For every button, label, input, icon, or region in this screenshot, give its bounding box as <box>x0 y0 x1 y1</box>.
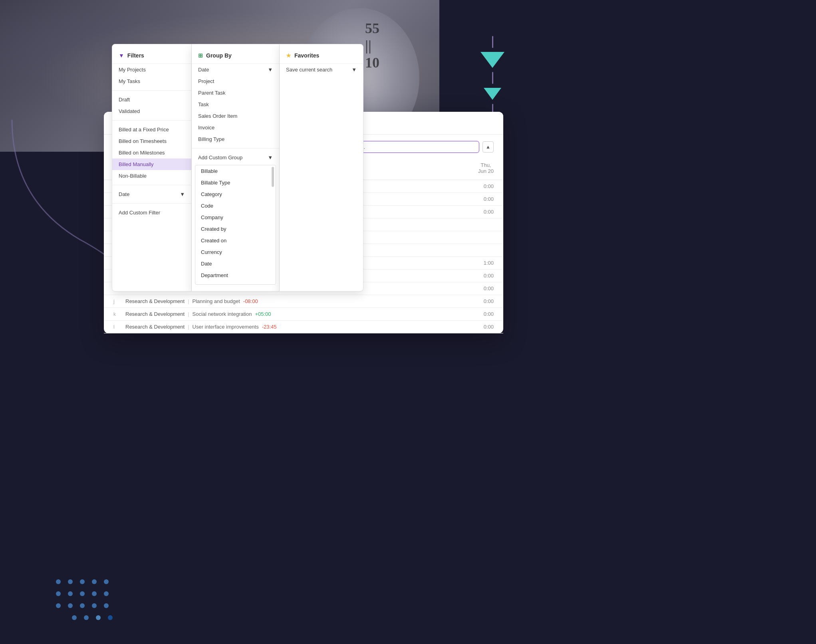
thu-header-date: Jun 20 <box>478 168 494 174</box>
cg-category[interactable]: Category <box>195 188 276 200</box>
filter-date[interactable]: Date ▼ <box>112 188 191 200</box>
filter-billed-fixed[interactable]: Billed at a Fixed Price <box>112 124 191 135</box>
dropdown-scrollbar[interactable] <box>272 167 274 187</box>
row-letter-k: k <box>113 311 125 317</box>
filter-my-projects[interactable]: My Projects <box>112 64 191 75</box>
cg-currency[interactable]: Currency <box>195 246 276 258</box>
cg-billable[interactable]: Billable <box>195 165 276 177</box>
save-current-search[interactable]: Save current search ▼ <box>280 64 363 75</box>
add-custom-group[interactable]: Add Custom Group ▼ <box>192 152 279 163</box>
filter-divider-1 <box>112 90 191 91</box>
row-time-b: 0:00 <box>462 196 494 202</box>
table-row: j Research & Development | Planning and … <box>104 295 503 308</box>
cg-created-by[interactable]: Created by <box>195 223 276 235</box>
filter-my-tasks[interactable]: My Tasks <box>112 75 191 87</box>
groupby-project[interactable]: Project <box>192 75 279 87</box>
filter-billed-manually[interactable]: Billed Manually <box>112 159 191 170</box>
filter-divider-4 <box>112 203 191 204</box>
groupby-task[interactable]: Task <box>192 99 279 110</box>
row-time-l: 0:00 <box>462 324 494 330</box>
groupby-title: Group By <box>206 52 232 59</box>
cg-billable-type[interactable]: Billable Type <box>195 177 276 188</box>
filter-divider-3 <box>112 185 191 185</box>
filter-non-billable[interactable]: Non-Billable <box>112 170 191 182</box>
row-time-c: 0:00 <box>462 209 494 215</box>
filter-funnel-icon: ▼ <box>119 52 124 59</box>
row-time-a: 0:00 <box>462 183 494 189</box>
cg-code[interactable]: Code <box>195 200 276 212</box>
row-time-h: 0:00 <box>462 273 494 279</box>
dots-decoration <box>56 579 113 620</box>
filter-billed-timesheets[interactable]: Billed on Timesheets <box>112 135 191 147</box>
search-dropdown-caret[interactable]: ▲ <box>482 141 494 153</box>
row-letter-j: j <box>113 299 125 304</box>
filters-title: Filters <box>127 52 144 59</box>
row-time-g: 1:00 <box>462 260 494 266</box>
clock-numbers: 55||10 <box>365 20 379 72</box>
row-time-k: 0:00 <box>462 311 494 317</box>
cg-date[interactable]: Date <box>195 258 276 269</box>
search-dropdown-overlay: ▼ Filters My Projects My Tasks Draft Val… <box>112 44 363 291</box>
row-content-l: Research & Development | User interface … <box>125 324 462 330</box>
cg-departments[interactable]: Departments <box>195 281 276 285</box>
groupby-billing-type[interactable]: Billing Type <box>192 133 279 145</box>
favorites-title: Favorites <box>294 52 319 59</box>
groupby-header: ⊞ Group By <box>192 49 279 64</box>
row-content-j: Research & Development | Planning and bu… <box>125 298 462 304</box>
row-time-i: 0:00 <box>462 285 494 291</box>
add-custom-filter[interactable]: Add Custom Filter <box>112 207 191 218</box>
groupby-divider <box>192 148 279 149</box>
row-content-k: Research & Development | Social network … <box>125 311 462 317</box>
row-time-j: 0:00 <box>462 298 494 304</box>
cg-company[interactable]: Company <box>195 212 276 223</box>
groupby-parent-task[interactable]: Parent Task <box>192 87 279 99</box>
groupby-stack-icon: ⊞ <box>198 52 203 59</box>
cg-created-on[interactable]: Created on <box>195 235 276 246</box>
filter-billed-milestones[interactable]: Billed on Milestones <box>112 147 191 159</box>
thu-header-label: Thu, <box>478 162 494 168</box>
custom-group-dropdown: Billable Billable Type Category Code Com… <box>195 165 276 285</box>
groupby-invoice[interactable]: Invoice <box>192 122 279 133</box>
groupby-date[interactable]: Date ▼ <box>192 64 279 75</box>
groupby-sales-order-item[interactable]: Sales Order Item <box>192 110 279 122</box>
filter-validated[interactable]: Validated <box>112 105 191 117</box>
cg-department[interactable]: Department <box>195 269 276 281</box>
filters-header: ▼ Filters <box>112 49 191 64</box>
filter-divider-2 <box>112 120 191 121</box>
favorites-header: ★ Favorites <box>280 49 363 64</box>
filter-draft[interactable]: Draft <box>112 94 191 105</box>
filters-panel: ▼ Filters My Projects My Tasks Draft Val… <box>112 44 192 291</box>
star-icon: ★ <box>286 52 291 59</box>
groupby-panel: ⊞ Group By Date ▼ Project Parent Task Ta… <box>192 44 280 291</box>
table-row: k Research & Development | Social networ… <box>104 308 503 321</box>
row-letter-l: l <box>113 324 125 330</box>
favorites-panel: ★ Favorites Save current search ▼ <box>280 44 363 291</box>
table-row: l Research & Development | User interfac… <box>104 321 503 333</box>
